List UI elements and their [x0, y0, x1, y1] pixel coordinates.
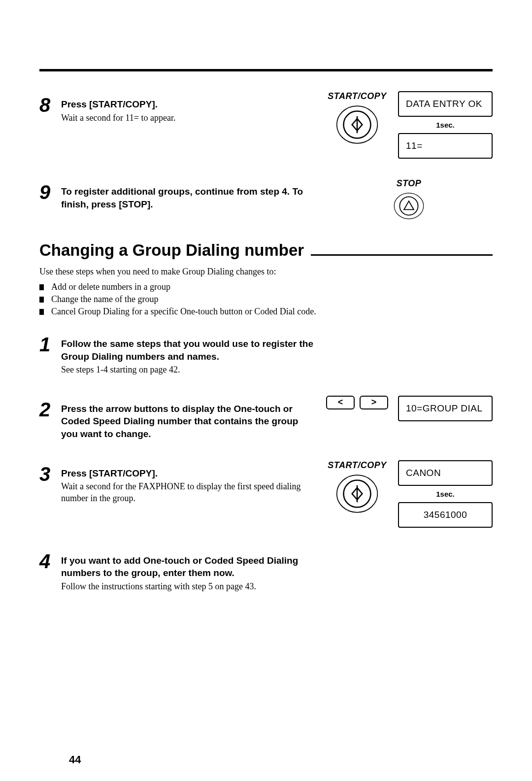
button-label: START/COPY	[328, 460, 386, 471]
lcd-display: DATA ENTRY OK	[398, 91, 493, 117]
step-3: 3 Press [START/COPY]. Wait a second for …	[39, 460, 493, 528]
button-label: START/COPY	[328, 91, 386, 102]
step-title: Press the arrow buttons to display the O…	[61, 403, 317, 441]
step-body: Follow the instructions starting with st…	[61, 580, 317, 592]
section-intro: Use these steps when you need to make Gr…	[39, 267, 493, 277]
step-number: 1	[39, 335, 61, 354]
section-heading: Changing a Group Dialing number	[39, 241, 304, 260]
step-2: 2 Press the arrow buttons to display the…	[39, 396, 493, 441]
button-label: STOP	[397, 178, 422, 189]
lcd-display: 10=GROUP DIAL	[398, 396, 493, 421]
step-1: 1 Follow the same steps that you would u…	[39, 331, 493, 376]
lcd-display: 11=	[398, 133, 493, 159]
step-body: See steps 1-4 starting on page 42.	[61, 364, 317, 375]
step-title: To register additional groups, continue …	[61, 185, 317, 210]
step-9: 9 To register additional groups, continu…	[39, 178, 493, 221]
step-number: 4	[39, 551, 61, 571]
step-number: 2	[39, 400, 61, 419]
start-copy-icon	[336, 473, 378, 515]
step-title: Press [START/COPY].	[61, 98, 317, 111]
step-title: Follow the same steps that you would use…	[61, 338, 317, 363]
bullet-item: Cancel Group Dialing for a specific One-…	[39, 306, 493, 317]
timing-label: 1sec.	[398, 490, 493, 498]
step-number: 3	[39, 464, 61, 484]
heading-rule	[311, 254, 493, 256]
bullet-list: Add or delete numbers in a group Change …	[39, 282, 493, 317]
arrow-right-key: >	[360, 396, 388, 409]
step-number: 8	[39, 95, 61, 115]
step-body: Wait a second for 11= to appear.	[61, 112, 317, 124]
step-title: If you want to add One-touch or Coded Sp…	[61, 554, 317, 579]
svg-point-4	[399, 197, 418, 215]
lcd-display: 34561000	[398, 502, 493, 528]
step-8: 8 Press [START/COPY]. Wait a second for …	[39, 91, 493, 159]
bullet-item: Change the name of the group	[39, 294, 493, 305]
arrow-keys: < >	[326, 396, 388, 409]
bullet-item: Add or delete numbers in a group	[39, 282, 493, 292]
start-copy-icon	[336, 103, 378, 146]
lcd-display: CANON	[398, 460, 493, 486]
timing-label: 1sec.	[398, 121, 493, 129]
step-4: 4 If you want to add One-touch or Coded …	[39, 547, 493, 593]
stop-icon	[394, 191, 424, 221]
arrow-left-key: <	[326, 396, 355, 409]
step-body: Wait a second for the FAXPHONE to displa…	[61, 480, 317, 505]
step-title: Press [START/COPY].	[61, 467, 317, 480]
step-number: 9	[39, 182, 61, 202]
page-number: 44	[69, 753, 81, 766]
section-heading-row: Changing a Group Dialing number	[39, 241, 493, 260]
page-top-rule	[39, 69, 493, 71]
